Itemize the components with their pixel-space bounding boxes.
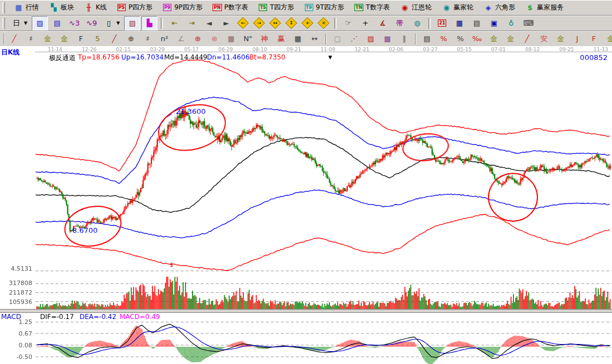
- comb-lines-tool[interactable]: ♯: [23, 32, 39, 46]
- price-grid-tool-icon: ▦: [226, 34, 236, 43]
- pencil-tool[interactable]: ╱: [6, 32, 22, 46]
- gann-band-button-icon: 帯: [395, 18, 404, 28]
- gold-level-tool-icon: 金: [506, 34, 515, 43]
- angle-tool-button[interactable]: ∡: [374, 16, 391, 31]
- color-chart-button[interactable]: ▙: [141, 16, 157, 31]
- 9t-square-button[interactable]: T99T四方形: [301, 1, 348, 15]
- percent-tool[interactable]: %: [452, 32, 468, 46]
- five-lines-tool[interactable]: 5: [90, 32, 106, 46]
- gann-wheel-button[interactable]: ◉江恩轮: [397, 1, 435, 15]
- hand-tool-button[interactable]: ☞: [340, 16, 356, 31]
- f-angle-tool[interactable]: F: [586, 32, 602, 46]
- t-table-button[interactable]: TNT数字表: [351, 1, 393, 15]
- shade-grid-tool[interactable]: ▨: [363, 32, 379, 46]
- t-square-button[interactable]: TST四方形: [255, 1, 297, 15]
- network-button-icon: ♁: [506, 18, 516, 28]
- save-button[interactable]: ▣: [486, 16, 502, 31]
- compass-tool[interactable]: ⊕: [123, 32, 139, 46]
- 9p-square-icon: P9: [162, 3, 172, 12]
- crosshair-tool-button[interactable]: +: [357, 16, 373, 31]
- info-view-button[interactable]: ▤: [49, 16, 65, 31]
- diamond-plus-button-icon: +: [302, 17, 313, 29]
- price-grid-tool[interactable]: ▦: [223, 32, 239, 46]
- network-button[interactable]: ♁: [503, 16, 519, 31]
- sectors-button[interactable]: ▚板块: [46, 1, 77, 15]
- winner-wheel-button[interactable]: ◉赢家轮: [438, 1, 477, 15]
- purple-grid-tool[interactable]: ▩: [379, 32, 396, 46]
- 9p-square-button[interactable]: P99P四方形: [159, 1, 206, 15]
- purple-grid-tool-icon: ▩: [383, 34, 392, 43]
- parallel-lines-tool[interactable]: ∥: [396, 32, 412, 46]
- diamond-right-button[interactable]: →: [251, 16, 266, 31]
- permille-tool[interactable]: ‰: [469, 32, 485, 46]
- period-label: 日K线: [1, 48, 19, 57]
- percent-table-tool[interactable]: ▤: [419, 32, 435, 46]
- gann-wheel-button-label: 江恩轮: [412, 3, 432, 12]
- n-marks-tool[interactable]: N": [240, 32, 256, 46]
- comb-lines-tool-icon: ♯: [26, 34, 36, 43]
- fan-lines-tool[interactable]: ⋰: [346, 32, 362, 46]
- pattern-view-button[interactable]: ▨: [124, 16, 140, 31]
- comb-lines-tool-2[interactable]: ♯: [140, 32, 156, 46]
- gold-angle-tool[interactable]: 金: [552, 32, 569, 46]
- target-circle-tool[interactable]: ⊕: [190, 32, 206, 46]
- pencil-flag-tool[interactable]: ╱: [519, 32, 535, 46]
- diamond-expand-button[interactable]: ↔: [268, 16, 283, 31]
- f-lines-tool[interactable]: F: [73, 32, 89, 46]
- candle-view-button[interactable]: ▨: [32, 16, 48, 31]
- gold-gate-tool-1[interactable]: 金: [40, 32, 56, 46]
- stock-code: 000852: [580, 53, 608, 62]
- wave9-button[interactable]: ∿9: [83, 16, 100, 31]
- first-page-button[interactable]: ⇤: [166, 16, 182, 31]
- info-view-button-icon: ▤: [52, 18, 62, 28]
- panel-separator[interactable]: [0, 309, 612, 313]
- an-angle-tool[interactable]: 安: [536, 32, 552, 46]
- p-square-button[interactable]: PSP四方形: [113, 1, 156, 15]
- last-page-button[interactable]: ⇥: [184, 16, 200, 31]
- gold-gate-tool-2[interactable]: 金: [56, 32, 72, 46]
- brain-tool-button[interactable]: ◍: [409, 16, 425, 31]
- parallel-lines-tool-icon: ∥: [399, 34, 409, 43]
- j-angle-tool[interactable]: J: [569, 32, 585, 46]
- winner-service-button[interactable]: $赢家服务: [522, 1, 567, 15]
- ying-grid-tool[interactable]: 赢: [273, 32, 289, 46]
- n-squared-tool[interactable]: n²: [156, 32, 172, 46]
- percent-red-tool[interactable]: %: [436, 32, 452, 46]
- shen-grid-tool-icon: 神: [260, 34, 269, 43]
- diamond-cross-button[interactable]: ×: [316, 16, 331, 31]
- gold-angle-tool-2[interactable]: 金: [603, 32, 612, 46]
- ruler-123-tool[interactable]: ▦: [290, 32, 306, 46]
- diamond-shrink-button[interactable]: ↕: [284, 16, 299, 31]
- diamond-plus-button[interactable]: +: [300, 16, 315, 31]
- period-dropdown[interactable]: 日▼: [8, 16, 31, 31]
- hexagon-button[interactable]: ◈六角形: [480, 1, 519, 15]
- diamond-left-button[interactable]: ←: [235, 16, 250, 31]
- wheel-grid-tool[interactable]: ⊛: [206, 32, 223, 46]
- toolbar-main: ▦行情▚板块╫K线PSP四方形P99P四方形PNP数字表TST四方形T99T四方…: [0, 0, 612, 16]
- wave3-button[interactable]: ∿3: [66, 16, 82, 31]
- kline-button[interactable]: ╫K线: [81, 1, 110, 15]
- prev-button[interactable]: ◄: [201, 16, 217, 31]
- hand-tool-button-icon: ☞: [343, 18, 353, 28]
- gold-circle-tool[interactable]: 金: [486, 32, 502, 46]
- calculator-button[interactable]: ▦: [451, 16, 467, 31]
- permille-tool-icon: ‰: [472, 34, 482, 43]
- next-button[interactable]: ►: [218, 16, 234, 31]
- width-measure-tool[interactable]: ↔: [307, 32, 323, 46]
- workstation-button[interactable]: ⌨: [520, 16, 536, 31]
- crosshair-tool-button-icon: +: [361, 18, 370, 28]
- calendar-button[interactable]: 21: [434, 16, 450, 31]
- notes-button[interactable]: ▤: [468, 16, 485, 31]
- shen-grid-tool[interactable]: 神: [256, 32, 273, 46]
- p-table-button[interactable]: PNP数字表: [209, 1, 251, 15]
- bar-style-dropdown[interactable]: ▯▼: [101, 16, 123, 31]
- toolbar-separator: [161, 18, 163, 29]
- gann-band-button[interactable]: 帯: [392, 16, 408, 31]
- gold-level-tool[interactable]: 金: [502, 32, 519, 46]
- angle-measure-tool[interactable]: ∠: [173, 32, 189, 46]
- quotes-button[interactable]: ▦行情: [11, 1, 42, 15]
- pencil-ruler-tool[interactable]: ╱: [106, 32, 122, 46]
- pencil-flag-tool-icon: ╱: [522, 34, 532, 43]
- next-button-icon: ►: [221, 18, 231, 28]
- box-select-tool[interactable]: ▢: [329, 32, 346, 46]
